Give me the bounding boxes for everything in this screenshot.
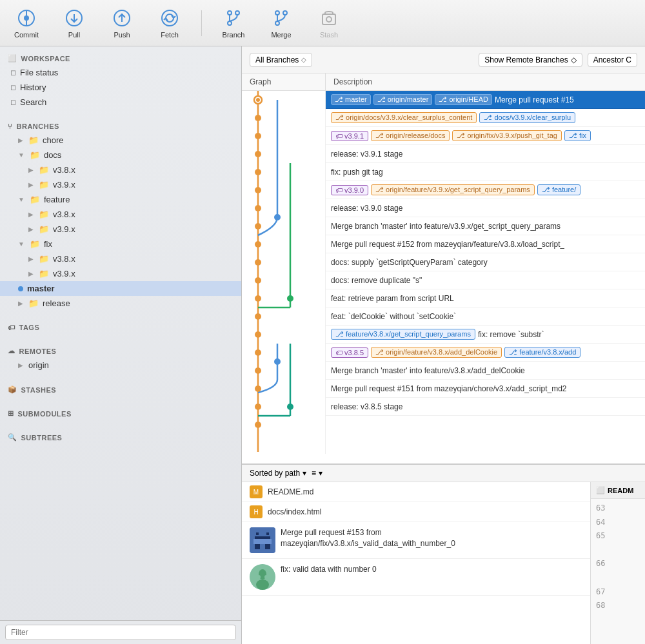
sidebar-item-fix-v39[interactable]: ▶ 📁 v3.9.x bbox=[0, 266, 241, 281]
file-item-docs-index[interactable]: H docs/index.html bbox=[242, 502, 590, 522]
sort-bar: Sorted by path ▾ ≡ ▾ bbox=[242, 465, 645, 482]
sidebar-item-master[interactable]: master bbox=[0, 281, 241, 296]
commit-16-desc: Merge branch 'master' into feature/v3.8.… bbox=[331, 366, 525, 375]
sidebar-item-docs-v38[interactable]: ▶ 📁 v3.8.x bbox=[0, 162, 241, 177]
submodules-icon: ⊞ bbox=[8, 409, 14, 418]
tag-v385: 🏷 v3.8.5 bbox=[331, 347, 368, 358]
sidebar: ⬜ WORKSPACE ◻ File status ◻ History ◻ Se… bbox=[0, 46, 242, 644]
subtrees-icon: 🔍 bbox=[8, 433, 17, 442]
sidebar-item-feature-v39[interactable]: ▶ 📁 v3.9.x bbox=[0, 222, 241, 237]
sidebar-item-origin[interactable]: ▶ origin bbox=[0, 358, 241, 373]
sidebar-item-file-status[interactable]: ◻ File status bbox=[0, 65, 241, 80]
fetch-button[interactable]: Fetch bbox=[154, 8, 186, 39]
branches-section: ⑂ BRANCHES ▶ 📁 chore ▼ 📁 docs ▶ 📁 v3.8.x bbox=[0, 115, 241, 316]
commit-row-9[interactable]: Merge pull request #152 from mazeyqian/f… bbox=[326, 235, 645, 253]
svg-rect-17 bbox=[322, 14, 335, 24]
remotes-section: ☁ REMOTES ▶ origin bbox=[0, 339, 241, 378]
commit-row-8[interactable]: Merge branch 'master' into feature/v3.9.… bbox=[326, 217, 645, 235]
sidebar-item-feature-v38[interactable]: ▶ 📁 v3.8.x bbox=[0, 207, 241, 222]
options-icon: ≡ bbox=[312, 469, 316, 478]
docs-folder-icon: 📁 bbox=[30, 150, 40, 160]
pull-button[interactable]: Pull bbox=[58, 8, 90, 39]
sidebar-item-docs-v39[interactable]: ▶ 📁 v3.9.x bbox=[0, 177, 241, 192]
pull-icon bbox=[64, 8, 84, 28]
svg-rect-52 bbox=[253, 539, 272, 544]
filter-bar bbox=[0, 620, 241, 644]
commit-row-6[interactable]: 🏷 v3.9.0 ⎇ origin/feature/v3.9.x/get_scr… bbox=[326, 181, 645, 199]
commit-row-2[interactable]: ⎇ origin/docs/v3.9.x/clear_surplus_conte… bbox=[326, 109, 645, 127]
svg-point-38 bbox=[255, 331, 261, 338]
fix-arrow: ▼ bbox=[18, 240, 25, 248]
branch-button[interactable]: Branch bbox=[217, 8, 250, 39]
svg-point-28 bbox=[255, 151, 261, 157]
commit-7-desc: release: v3.9.0 stage bbox=[331, 204, 402, 213]
readme-file-name: README.md bbox=[268, 487, 313, 496]
svg-point-27 bbox=[255, 133, 261, 139]
sidebar-item-docs[interactable]: ▼ 📁 docs bbox=[0, 148, 241, 162]
commit-4-desc: release: v3.9.1 stage bbox=[331, 150, 402, 159]
sidebar-item-fix-v38[interactable]: ▶ 📁 v3.8.x bbox=[0, 251, 241, 266]
sidebar-item-search[interactable]: ◻ Search bbox=[0, 95, 241, 110]
remote-branches-button[interactable]: Show Remote Branches ◇ bbox=[479, 53, 582, 67]
line-66: 66 bbox=[596, 557, 640, 571]
feature-v38-folder-icon: 📁 bbox=[39, 210, 49, 219]
avatar-1-svg bbox=[250, 527, 275, 553]
tags-icon: 🏷 bbox=[8, 324, 15, 331]
stash-button[interactable]: Stash bbox=[313, 8, 345, 39]
branch-label: Branch bbox=[223, 31, 245, 39]
branches-icon: ⑂ bbox=[8, 122, 13, 130]
push-button[interactable]: Push bbox=[106, 8, 138, 39]
commit-row-12[interactable]: feat: retrieve param from script URL bbox=[326, 289, 645, 307]
commit-row-11[interactable]: docs: remove duplicate "s" bbox=[326, 271, 645, 289]
commit-row-13[interactable]: feat: `delCookie` without `setCookie` bbox=[326, 307, 645, 326]
docs-v39-arrow: ▶ bbox=[28, 181, 34, 188]
remote-branches-chevron: ◇ bbox=[571, 55, 577, 64]
commit-row-18[interactable]: release: v3.8.5 stage bbox=[326, 398, 645, 416]
all-branches-selector[interactable]: All Branches ◇ bbox=[250, 53, 312, 67]
main-layout: ⬜ WORKSPACE ◻ File status ◻ History ◻ Se… bbox=[0, 46, 645, 644]
tag-fix: ⎇ fix bbox=[564, 130, 591, 141]
tags-header: 🏷 TAGS bbox=[0, 321, 241, 334]
commit-label: Commit bbox=[14, 31, 39, 39]
commit-13-desc: feat: `delCookie` without `setCookie` bbox=[331, 312, 456, 321]
svg-rect-54 bbox=[265, 544, 270, 549]
commit-row-10[interactable]: docs: supply `getScriptQueryParam` categ… bbox=[326, 253, 645, 271]
commit-row-16[interactable]: Merge branch 'master' into feature/v3.8.… bbox=[326, 362, 645, 380]
commit-row-15[interactable]: 🏷 v3.8.5 ⎇ origin/feature/v3.8.x/add_del… bbox=[326, 344, 645, 362]
sidebar-item-history[interactable]: ◻ History bbox=[0, 80, 241, 95]
sort-selector[interactable]: Sorted by path ▾ bbox=[250, 469, 306, 478]
origin-arrow: ▶ bbox=[18, 362, 23, 369]
commit-row-1[interactable]: ⎇ master ⎇ origin/master ⎇ origin/HEAD M… bbox=[326, 91, 645, 109]
stashes-icon: 📦 bbox=[8, 385, 17, 394]
merge-button[interactable]: Merge bbox=[265, 8, 297, 39]
sort-options[interactable]: ≡ ▾ bbox=[312, 469, 322, 478]
line-blank-2 bbox=[596, 571, 640, 585]
commit-row-4[interactable]: release: v3.9.1 stage bbox=[326, 145, 645, 163]
sidebar-item-chore[interactable]: ▶ 📁 chore bbox=[0, 133, 241, 148]
workspace-icon: ⬜ bbox=[8, 54, 17, 63]
svg-point-45 bbox=[274, 358, 281, 365]
sidebar-item-feature[interactable]: ▼ 📁 feature bbox=[0, 192, 241, 207]
commit-row-7[interactable]: release: v3.9.0 stage bbox=[326, 199, 645, 217]
svg-point-35 bbox=[255, 277, 261, 284]
commit-entry-2: fix: valid data with number 0 bbox=[242, 559, 590, 596]
sidebar-item-fix[interactable]: ▼ 📁 fix bbox=[0, 237, 241, 251]
tag-origin-fix-v39: ⎇ origin/fix/v3.9.x/push_git_tag bbox=[452, 130, 561, 141]
commit-entry-1: Merge pull request #153 frommazeyqian/fi… bbox=[242, 522, 590, 559]
sidebar-item-release[interactable]: ▶ 📁 release bbox=[0, 296, 241, 311]
file-item-readme[interactable]: M README.md bbox=[242, 482, 590, 502]
ancestor-button[interactable]: Ancestor C bbox=[588, 53, 637, 67]
commit-row-3[interactable]: 🏷 v3.9.1 ⎇ origin/release/docs ⎇ origin/… bbox=[326, 127, 645, 145]
filter-input[interactable] bbox=[5, 625, 236, 640]
commit-button[interactable]: Commit bbox=[10, 8, 43, 39]
commit-row-5[interactable]: fix: push git tag bbox=[326, 163, 645, 181]
submodules-section: ⊞ SUBMODULES bbox=[0, 402, 241, 425]
line-63: 63 bbox=[596, 502, 640, 516]
commit-row-17[interactable]: Merge pull request #151 from mazeyqian/c… bbox=[326, 380, 645, 398]
tag-feature-v38-add: ⎇ feature/v3.8.x/add bbox=[504, 347, 580, 358]
svg-point-3 bbox=[24, 15, 29, 21]
right-panel-label: READM bbox=[608, 487, 633, 494]
svg-point-57 bbox=[256, 580, 269, 590]
pull-label: Pull bbox=[68, 31, 80, 39]
commit-row-14[interactable]: ⎇ feature/v3.8.x/get_script_query_params… bbox=[326, 326, 645, 344]
